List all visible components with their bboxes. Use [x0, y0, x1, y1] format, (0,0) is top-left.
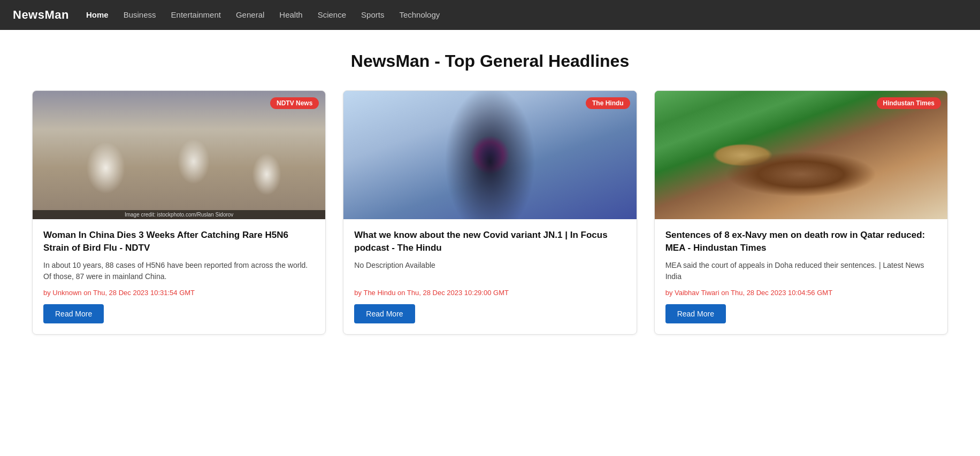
- read-more-button-2[interactable]: Read More: [354, 304, 415, 323]
- nav-link-technology[interactable]: Technology: [399, 10, 440, 19]
- nav-item-entertainment[interactable]: Entertainment: [171, 10, 221, 20]
- nav-brand[interactable]: NewsMan: [13, 8, 69, 22]
- source-badge-1: NDTV News: [270, 97, 319, 109]
- news-card-3: Hindustan Times Sentences of 8 ex-Navy m…: [654, 90, 948, 335]
- card-title-3: Sentences of 8 ex-Navy men on death row …: [665, 229, 937, 254]
- nav-item-science[interactable]: Science: [318, 10, 346, 20]
- nav-link-health[interactable]: Health: [279, 10, 302, 19]
- card-image-gavel: Hindustan Times: [655, 91, 947, 219]
- nav-link-business[interactable]: Business: [124, 10, 156, 19]
- nav-link-general[interactable]: General: [236, 10, 264, 19]
- nav-item-technology[interactable]: Technology: [399, 10, 440, 20]
- news-card-1: NDTV News Woman In China Dies 3 Weeks Af…: [32, 90, 326, 335]
- card-description-3: MEA said the court of appeals in Doha re…: [665, 260, 937, 282]
- card-image-phone: The Hindu: [343, 91, 636, 219]
- page-title: NewsMan - Top General Headlines: [32, 51, 948, 71]
- nav-item-business[interactable]: Business: [124, 10, 156, 20]
- card-byline-2: by The Hindu on Thu, 28 Dec 2023 10:29:0…: [354, 289, 625, 297]
- read-more-button-1[interactable]: Read More: [43, 304, 104, 323]
- card-body-2: What we know about the new Covid variant…: [343, 219, 636, 334]
- nav-item-sports[interactable]: Sports: [361, 10, 384, 20]
- source-badge-3: Hindustan Times: [877, 97, 941, 109]
- nav-links: Home Business Entertainment General Heal…: [86, 10, 440, 20]
- card-body-3: Sentences of 8 ex-Navy men on death row …: [655, 219, 947, 334]
- nav-link-home[interactable]: Home: [86, 10, 109, 19]
- card-title-2: What we know about the new Covid variant…: [354, 229, 625, 254]
- nav-item-general[interactable]: General: [236, 10, 264, 20]
- nav-link-science[interactable]: Science: [318, 10, 346, 19]
- source-badge-2: The Hindu: [586, 97, 630, 109]
- card-title-1: Woman In China Dies 3 Weeks After Catchi…: [43, 229, 315, 254]
- nav-link-entertainment[interactable]: Entertainment: [171, 10, 221, 19]
- card-description-2: No Description Available: [354, 260, 625, 282]
- card-byline-1: by Unknown on Thu, 28 Dec 2023 10:31:54 …: [43, 289, 315, 297]
- nav-item-health[interactable]: Health: [279, 10, 302, 20]
- card-description-1: In about 10 years, 88 cases of H5N6 have…: [43, 260, 315, 282]
- card-byline-3: by Vaibhav Tiwari on Thu, 28 Dec 2023 10…: [665, 289, 937, 297]
- news-card-2: The Hindu What we know about the new Cov…: [343, 90, 637, 335]
- read-more-button-3[interactable]: Read More: [665, 304, 726, 323]
- card-body-1: Woman In China Dies 3 Weeks After Catchi…: [33, 219, 325, 334]
- card-image-chickens: NDTV News: [33, 91, 325, 219]
- nav-link-sports[interactable]: Sports: [361, 10, 384, 19]
- cards-grid: NDTV News Woman In China Dies 3 Weeks Af…: [32, 90, 948, 335]
- navbar: NewsMan Home Business Entertainment Gene…: [0, 0, 980, 30]
- nav-item-home[interactable]: Home: [86, 10, 109, 20]
- main-content: NewsMan - Top General Headlines NDTV New…: [0, 30, 980, 356]
